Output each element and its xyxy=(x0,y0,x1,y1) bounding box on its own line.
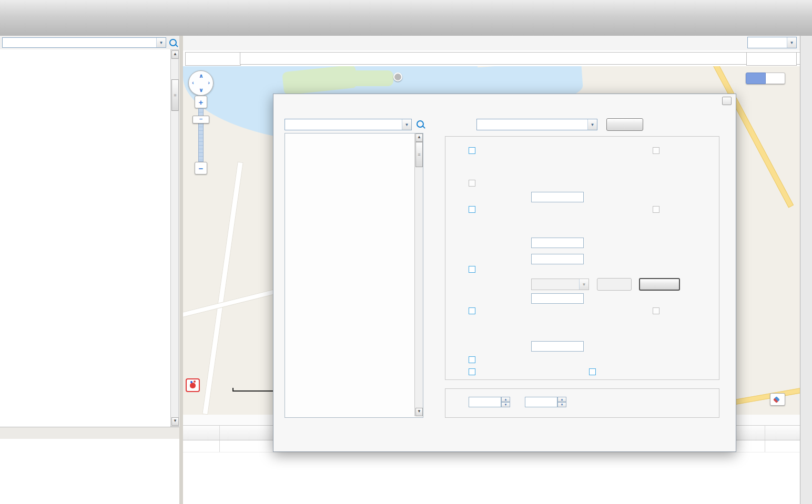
dialog-vehicle-tree: ▲ ▼ xyxy=(285,133,423,418)
zoom-slider-handle[interactable]: – xyxy=(192,116,209,124)
map-provider-select[interactable]: ▼ xyxy=(747,37,797,48)
zoom-in-button[interactable]: + xyxy=(195,96,207,108)
scrollbar-thumb[interactable] xyxy=(415,142,423,167)
pan-right-icon[interactable]: › xyxy=(208,79,210,86)
sound-alarm-row xyxy=(469,266,478,273)
scrollbar-thumb[interactable] xyxy=(171,79,179,111)
play-count-input[interactable] xyxy=(531,293,584,304)
address-bar xyxy=(183,50,800,67)
scroll-up-icon[interactable]: ▲ xyxy=(415,133,423,142)
sound-file-select[interactable]: ▼ xyxy=(531,279,589,290)
map-type-toggle xyxy=(746,73,785,84)
map-search-button[interactable] xyxy=(746,52,797,66)
baidu-logo xyxy=(186,378,200,392)
chevron-down-icon[interactable]: ▼ xyxy=(587,119,597,130)
map-lock-checkbox[interactable] xyxy=(469,356,475,363)
spin-down-icon[interactable]: ▼ xyxy=(557,402,566,407)
traffic-info-button[interactable] xyxy=(770,393,785,406)
vehicle-search-row: ▼ xyxy=(0,36,179,50)
map-pan-control[interactable]: ∧ ∨ ‹ › xyxy=(188,70,214,96)
pan-down-icon[interactable]: ∨ xyxy=(199,87,204,94)
time-spinner[interactable]: ▲▼ xyxy=(501,397,510,407)
chevron-down-icon: ▼ xyxy=(579,279,588,290)
dialog-search-combo[interactable]: ▼ xyxy=(285,119,412,130)
auto-close-row xyxy=(469,180,478,187)
auto-close-checkbox[interactable] xyxy=(469,180,475,187)
left-panel: ▼ ▲ ▼ xyxy=(0,36,180,504)
defense-end-time: ▲▼ xyxy=(525,397,566,407)
auto-talk-checkbox[interactable] xyxy=(589,368,596,375)
alarm-record-checkbox[interactable] xyxy=(469,307,475,314)
map-scale-bar xyxy=(232,390,275,392)
chevron-down-icon[interactable]: ▼ xyxy=(156,38,166,47)
zoom-out-button[interactable]: − xyxy=(195,162,207,174)
alarm-record-row xyxy=(469,307,478,314)
spin-down-icon[interactable]: ▼ xyxy=(501,402,510,407)
scroll-down-icon[interactable]: ▼ xyxy=(415,408,423,416)
pan-left-icon[interactable]: ‹ xyxy=(192,79,194,86)
vehicle-search-value xyxy=(3,38,156,47)
play-count-row xyxy=(495,293,588,304)
search-icon[interactable] xyxy=(417,120,424,128)
col-id xyxy=(183,426,220,440)
sound-alarm-checkbox[interactable] xyxy=(469,266,475,273)
time-spinner[interactable]: ▲▼ xyxy=(557,397,566,407)
top-bar xyxy=(0,0,812,36)
scroll-up-icon[interactable]: ▲ xyxy=(171,50,179,59)
defense-group: ▲▼ ▲▼ xyxy=(445,388,719,418)
map-type-satellite-button[interactable] xyxy=(766,73,785,84)
cell-name xyxy=(220,440,278,452)
defense-start-input[interactable] xyxy=(469,397,501,407)
search-icon[interactable] xyxy=(169,39,177,46)
close-icon[interactable] xyxy=(722,97,732,105)
spin-up-icon[interactable]: ▲ xyxy=(501,397,510,402)
app-window: ▼ ▲ ▼ ▼ xyxy=(0,0,812,504)
map-type-map-button[interactable] xyxy=(746,73,766,84)
select-all-checkbox[interactable] xyxy=(653,307,659,314)
scroll-down-icon[interactable]: ▼ xyxy=(171,417,179,426)
map-lock-row xyxy=(469,356,478,363)
video-preview-row xyxy=(469,147,478,154)
vehicle-info-panel xyxy=(0,439,179,504)
snapshot-checkbox[interactable] xyxy=(469,206,475,213)
alarm-linkage-dialog: ▼ ▲ ▼ ▼ xyxy=(273,94,736,452)
chevron-down-icon[interactable]: ▼ xyxy=(402,119,411,130)
browse-button[interactable] xyxy=(639,278,680,291)
auto-talk-row xyxy=(589,368,598,375)
snap-count-input[interactable] xyxy=(531,238,584,248)
record-time-row xyxy=(495,341,588,352)
spin-up-icon[interactable]: ▲ xyxy=(557,397,566,402)
map-provider-value xyxy=(748,37,787,48)
snap-interval-input[interactable] xyxy=(531,254,584,264)
close-time-input[interactable] xyxy=(531,192,584,202)
dialog-tree-scrollbar[interactable]: ▲ ▼ xyxy=(414,133,423,416)
select-all-checkbox[interactable] xyxy=(653,206,659,213)
audition-button[interactable] xyxy=(597,278,632,291)
tree-scrollbar[interactable]: ▲ ▼ xyxy=(170,49,179,427)
vehicle-search-combo[interactable]: ▼ xyxy=(2,37,166,48)
col-mileage xyxy=(765,426,800,440)
select-all-row xyxy=(653,307,662,314)
snap-count-row xyxy=(495,238,588,248)
select-alarm-button[interactable] xyxy=(606,118,643,131)
right-dock-strip xyxy=(800,36,812,504)
alarm-type-select[interactable]: ▼ xyxy=(476,119,597,130)
col-name xyxy=(220,426,278,440)
defense-end-input[interactable] xyxy=(525,397,557,407)
record-time-input[interactable] xyxy=(531,341,584,352)
address-input[interactable] xyxy=(240,52,812,65)
chevron-down-icon[interactable]: ▼ xyxy=(787,37,796,48)
sound-file-row: ▼ xyxy=(495,278,680,291)
alarm-type-value xyxy=(477,119,587,130)
select-all-checkbox[interactable] xyxy=(653,147,659,154)
popup-window-checkbox[interactable] xyxy=(469,368,475,375)
map-park xyxy=(351,70,393,86)
vehicle-tree xyxy=(0,49,179,427)
cell-mileage xyxy=(765,440,800,452)
select-all-row xyxy=(653,147,662,154)
snapshot-row xyxy=(469,206,478,213)
dialog-search-value xyxy=(285,119,402,130)
video-preview-checkbox[interactable] xyxy=(469,147,475,154)
pan-up-icon[interactable]: ∧ xyxy=(199,73,204,79)
map-marker-icon[interactable] xyxy=(393,73,402,81)
